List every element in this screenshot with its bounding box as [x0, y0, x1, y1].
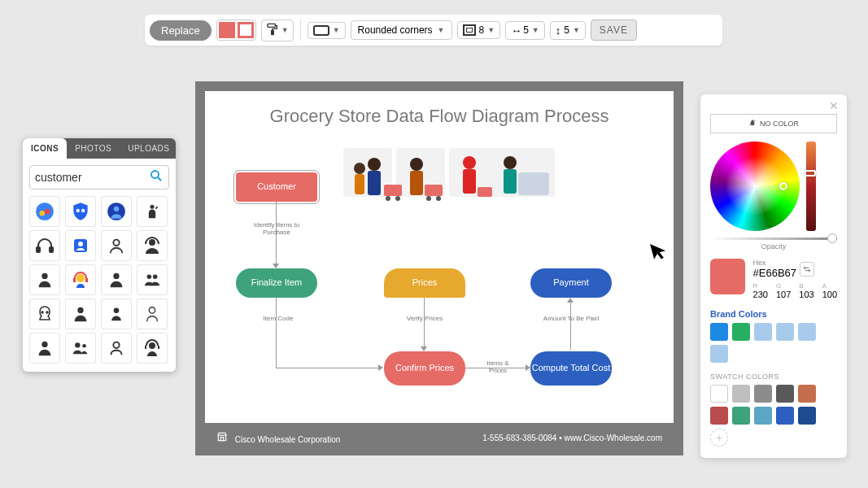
color-wheel[interactable] [710, 142, 800, 231]
brand-swatch[interactable] [732, 323, 750, 341]
brand-swatch[interactable] [776, 323, 794, 341]
node-finalize-item[interactable]: Finalize Item [236, 268, 317, 298]
people-pair-icon[interactable] [65, 333, 96, 364]
node-payment[interactable]: Payment [530, 268, 612, 298]
fill-swatch[interactable] [219, 22, 235, 38]
brand-swatch[interactable] [798, 323, 816, 341]
person-group-icon[interactable] [137, 264, 168, 295]
waving-person-icon[interactable] [137, 196, 168, 227]
svg-point-22 [147, 275, 152, 280]
color-picker-panel: ✕ NO COLOR Opacity Hex #E66B67 [700, 94, 847, 458]
color-wheel-handle[interactable] [779, 182, 787, 190]
color-swatch[interactable] [754, 385, 772, 403]
color-swatch[interactable] [732, 385, 750, 403]
svg-point-46 [410, 158, 423, 171]
diagram-canvas[interactable]: Grocery Store Data Flow Diagram Process … [205, 91, 674, 423]
arrows-vertical-icon: ↕ [556, 24, 561, 37]
padding-dropdown[interactable]: 8 ▼ [457, 21, 501, 39]
search-input[interactable] [35, 171, 149, 184]
hex-value[interactable]: #E66B67 [753, 267, 797, 279]
svg-point-10 [150, 205, 155, 209]
node-compute-total-cost[interactable]: Compute Total Cost [530, 351, 612, 386]
globe-person-icon[interactable] [101, 196, 132, 227]
search-icon[interactable] [149, 168, 164, 186]
svg-point-4 [40, 211, 46, 216]
a-label: A [822, 282, 837, 290]
tab-photos[interactable]: PHOTOS [67, 138, 120, 159]
person-small-icon[interactable] [101, 298, 132, 329]
opacity-slider-handle[interactable] [827, 233, 837, 243]
icons-grid [23, 196, 176, 372]
person-outline-icon[interactable] [101, 230, 132, 261]
no-color-button[interactable]: NO COLOR [710, 114, 837, 133]
stroke-swatch[interactable] [238, 22, 254, 38]
brand-swatch[interactable] [754, 323, 772, 341]
person-dark-icon[interactable] [65, 298, 96, 329]
brand-swatch[interactable] [710, 323, 728, 341]
tab-icons[interactable]: ICONS [23, 138, 67, 159]
person-alt-icon[interactable] [29, 333, 60, 364]
color-swatch[interactable] [798, 407, 816, 425]
close-button[interactable]: ✕ [829, 99, 839, 112]
format-painter-button[interactable]: ▼ [261, 20, 294, 41]
r-value[interactable]: 230 [753, 290, 768, 299]
height-stepper[interactable]: ↕ 5 ▼ [550, 21, 586, 40]
edge-line [424, 298, 425, 348]
color-swatch[interactable] [754, 407, 772, 425]
edge-label-verify: Verify Prices [404, 315, 445, 322]
support-agent-icon[interactable] [137, 230, 168, 261]
color-swatch[interactable] [732, 407, 750, 425]
icon-search-box[interactable] [29, 165, 169, 190]
svg-point-14 [78, 242, 83, 246]
a-value[interactable]: 100 [822, 290, 837, 299]
svg-point-15 [113, 240, 119, 246]
person-thin-icon[interactable] [137, 298, 168, 329]
svg-rect-1 [271, 30, 273, 34]
brand-colors-header: Brand Colors [710, 309, 837, 319]
add-swatch-button[interactable]: + [710, 429, 728, 447]
color-swatch[interactable] [798, 385, 816, 403]
female-face-icon[interactable] [29, 298, 60, 329]
opacity-slider[interactable] [710, 237, 837, 240]
shade-slider[interactable] [806, 142, 816, 231]
color-swatch[interactable] [776, 407, 794, 425]
g-value[interactable]: 107 [776, 290, 791, 299]
diagram-title: Grocery Store Data Flow Diagram Process [205, 91, 674, 127]
svg-point-7 [81, 209, 85, 212]
tab-uploads[interactable]: UPLOADS [120, 138, 177, 159]
node-customer[interactable]: Customer [236, 172, 317, 202]
shade-slider-handle[interactable] [805, 170, 816, 176]
person-silhouette-icon[interactable] [29, 264, 60, 295]
b-value[interactable]: 103 [799, 290, 813, 299]
chevron-down-icon: ▼ [573, 26, 580, 34]
person-rounded-icon[interactable] [101, 333, 132, 364]
grocery-illustration [343, 140, 555, 205]
corner-style-dropdown[interactable]: Rounded corners ▼ [351, 20, 452, 40]
svg-rect-52 [463, 169, 476, 194]
fill-stroke-swatch-pair[interactable] [216, 20, 256, 41]
color-swatch[interactable] [710, 385, 728, 403]
headset-agent-icon[interactable] [137, 333, 168, 364]
brand-swatch[interactable] [710, 345, 728, 363]
svg-rect-43 [384, 185, 402, 196]
svg-point-41 [368, 158, 381, 171]
people-globe-icon[interactable] [29, 196, 60, 227]
color-mode-toggle[interactable] [800, 262, 814, 277]
family-shield-icon[interactable] [65, 196, 96, 227]
footer-company-text: Cisco Wholesale Corporation [235, 435, 341, 444]
node-prices[interactable]: Prices [384, 268, 465, 298]
person-filled-icon[interactable] [101, 264, 132, 295]
shape-type-dropdown[interactable]: ▼ [308, 22, 346, 39]
chevron-down-icon: ▼ [333, 26, 340, 34]
width-stepper[interactable]: ↔ 5 ▼ [505, 21, 545, 40]
replace-button[interactable]: Replace [150, 20, 212, 41]
headset-icon[interactable] [29, 230, 60, 261]
diagram-canvas-frame: Grocery Store Data Flow Diagram Process … [195, 81, 683, 455]
headset-operator-icon[interactable] [65, 264, 96, 295]
color-swatch[interactable] [710, 407, 728, 425]
node-confirm-prices[interactable]: Confirm Prices [384, 351, 465, 386]
service-rep-badge-icon[interactable] [65, 230, 96, 261]
g-label: G [776, 282, 791, 290]
save-button[interactable]: SAVE [591, 20, 637, 41]
color-swatch[interactable] [776, 385, 794, 403]
